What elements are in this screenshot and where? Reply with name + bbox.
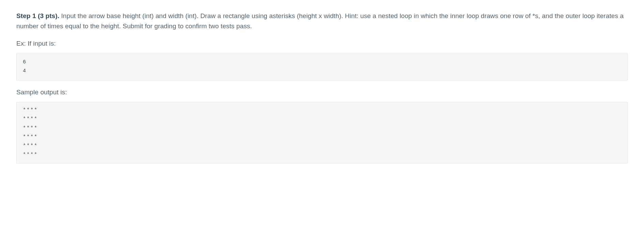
example-input-block: 6 4: [16, 53, 628, 80]
example-output-block: **** **** **** **** **** ****: [16, 102, 628, 163]
step-instructions: Step 1 (3 pts). Input the arrow base hei…: [16, 11, 628, 32]
step-body: Input the arrow base height (int) and wi…: [16, 12, 624, 30]
example-output-label: Sample output is:: [16, 87, 628, 97]
example-input-label: Ex: If input is:: [16, 38, 628, 49]
step-label: Step 1 (3 pts).: [16, 12, 59, 19]
